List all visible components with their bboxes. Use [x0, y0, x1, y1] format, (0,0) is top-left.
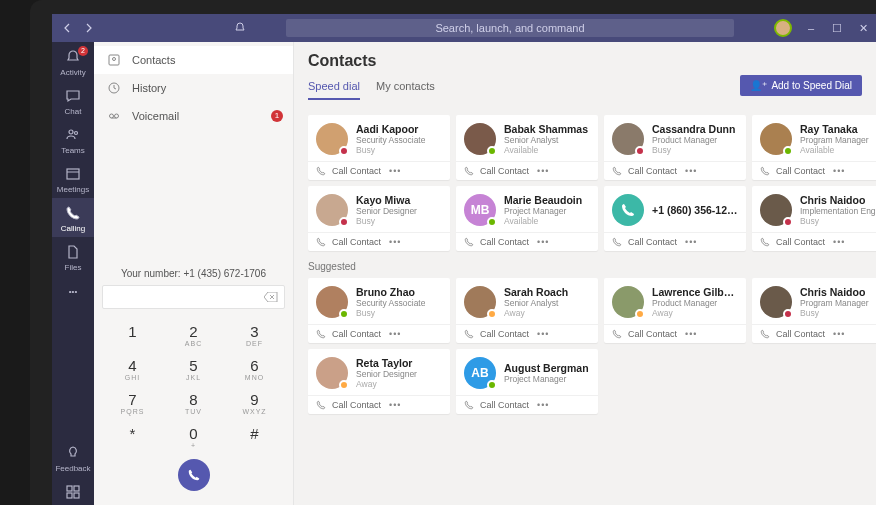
phone-icon: [760, 166, 770, 176]
panel-item-label: History: [132, 82, 166, 94]
dialer-input[interactable]: [102, 285, 285, 309]
dial-key-8[interactable]: 8TUV: [163, 385, 224, 419]
more-options-button[interactable]: •••: [833, 329, 845, 339]
call-contact-button[interactable]: Call Contact: [480, 166, 529, 176]
contact-card[interactable]: ABAugust BergmanProject ManagerCall Cont…: [456, 349, 598, 414]
tab-my-contacts[interactable]: My contacts: [376, 76, 435, 100]
call-contact-button[interactable]: Call Contact: [332, 400, 381, 410]
dial-key-7[interactable]: 7PQRS: [102, 385, 163, 419]
window-close-button[interactable]: ✕: [850, 22, 876, 35]
panel-item-contacts[interactable]: Contacts: [94, 46, 293, 74]
phone-icon: [316, 329, 326, 339]
call-contact-button[interactable]: Call Contact: [332, 166, 381, 176]
dial-key-2[interactable]: 2ABC: [163, 317, 224, 351]
tab-speed-dial[interactable]: Speed dial: [308, 76, 360, 100]
panel-item-history[interactable]: History: [94, 74, 293, 102]
more-options-button[interactable]: •••: [537, 237, 549, 247]
rail-item-teams[interactable]: Teams: [52, 120, 94, 159]
call-contact-button[interactable]: Call Contact: [480, 400, 529, 410]
call-contact-button[interactable]: Call Contact: [628, 166, 677, 176]
more-options-button[interactable]: •••: [537, 400, 549, 410]
contact-card[interactable]: Chris NaidooProgram ManagerBusyCall Cont…: [752, 278, 876, 343]
call-contact-button[interactable]: Call Contact: [776, 329, 825, 339]
contact-card[interactable]: Lawrence GilbertsonProduct ManagerAwayCa…: [604, 278, 746, 343]
rail-item-more[interactable]: •••: [52, 276, 94, 304]
more-options-button[interactable]: •••: [389, 400, 401, 410]
contact-name: Ray Tanaka: [800, 123, 869, 135]
rail-item-files[interactable]: Files: [52, 237, 94, 276]
call-contact-button[interactable]: Call Contact: [628, 329, 677, 339]
rail-item-meetings[interactable]: Meetings: [52, 159, 94, 198]
rail-item-activity[interactable]: 2 Activity: [52, 42, 94, 81]
backspace-icon[interactable]: [264, 292, 278, 302]
contact-card[interactable]: Kayo MiwaSenior DesignerBusyCall Contact…: [308, 186, 450, 251]
contact-card[interactable]: Babak ShammasSenior AnalystAvailableCall…: [456, 115, 598, 180]
dial-key-#[interactable]: #: [224, 419, 285, 453]
phone-icon: [464, 237, 474, 247]
more-options-button[interactable]: •••: [685, 329, 697, 339]
rail-item-calling[interactable]: Calling: [52, 198, 94, 237]
dial-key-0[interactable]: 0+: [163, 419, 224, 453]
window-maximize-button[interactable]: ☐: [824, 22, 850, 35]
contact-card[interactable]: Aadi KapoorSecurity AssociateBusyCall Co…: [308, 115, 450, 180]
dialer: Your number: +1 (435) 672-1706 12ABC3DEF…: [94, 260, 293, 505]
contact-name: +1 (860) 356-1212: [652, 204, 738, 216]
svg-point-8: [113, 58, 116, 61]
presence-indicator: [783, 309, 793, 319]
nav-forward-button[interactable]: [80, 20, 96, 36]
dial-key-3[interactable]: 3DEF: [224, 317, 285, 351]
rail-item-apps[interactable]: [52, 477, 94, 505]
contact-presence: Busy: [652, 145, 735, 155]
call-contact-button[interactable]: Call Contact: [480, 329, 529, 339]
contact-role: Senior Analyst: [504, 298, 568, 308]
call-contact-button[interactable]: Call Contact: [332, 329, 381, 339]
rail-item-chat[interactable]: Chat: [52, 81, 94, 120]
more-options-button[interactable]: •••: [389, 237, 401, 247]
current-user-avatar[interactable]: [774, 19, 792, 37]
more-options-button[interactable]: •••: [685, 166, 697, 176]
call-contact-button[interactable]: Call Contact: [776, 237, 825, 247]
app-rail: 2 Activity Chat Teams Meetings Calling: [52, 42, 94, 505]
panel-item-voicemail[interactable]: Voicemail 1: [94, 102, 293, 130]
app-window: Search, launch, and command – ☐ ✕ 2 Acti…: [52, 14, 876, 505]
dial-call-button[interactable]: [178, 459, 210, 491]
nav-back-button[interactable]: [60, 20, 76, 36]
contact-card[interactable]: Ray TanakaProgram ManagerAvailableCall C…: [752, 115, 876, 180]
dial-key-9[interactable]: 9WXYZ: [224, 385, 285, 419]
contact-card[interactable]: Reta TaylorSenior DesignerAwayCall Conta…: [308, 349, 450, 414]
dial-key-5[interactable]: 5JKL: [163, 351, 224, 385]
contact-name: Marie Beaudoin: [504, 194, 582, 206]
dial-key-6[interactable]: 6MNO: [224, 351, 285, 385]
titlebar: Search, launch, and command – ☐ ✕: [52, 14, 876, 42]
add-to-speed-dial-button[interactable]: 👤⁺ Add to Speed Dial: [740, 75, 862, 96]
search-input[interactable]: Search, launch, and command: [286, 19, 734, 37]
more-options-button[interactable]: •••: [685, 237, 697, 247]
more-options-button[interactable]: •••: [389, 329, 401, 339]
phone-icon: [612, 329, 622, 339]
contact-card[interactable]: +1 (860) 356-1212Call Contact•••: [604, 186, 746, 251]
avatar: [316, 286, 348, 318]
contact-card[interactable]: MBMarie BeaudoinProject ManagerAvailable…: [456, 186, 598, 251]
call-contact-button[interactable]: Call Contact: [776, 166, 825, 176]
more-options-button[interactable]: •••: [833, 166, 845, 176]
more-options-button[interactable]: •••: [833, 237, 845, 247]
rail-item-feedback[interactable]: Feedback: [52, 438, 94, 477]
contact-card[interactable]: Sarah RoachSenior AnalystAwayCall Contac…: [456, 278, 598, 343]
contact-card[interactable]: Bruno ZhaoSecurity AssociateBusyCall Con…: [308, 278, 450, 343]
presence-indicator: [635, 309, 645, 319]
notifications-icon[interactable]: [234, 22, 246, 34]
presence-indicator: [339, 146, 349, 156]
call-contact-button[interactable]: Call Contact: [480, 237, 529, 247]
contact-card[interactable]: Cassandra DunnProduct ManagerBusyCall Co…: [604, 115, 746, 180]
call-contact-button[interactable]: Call Contact: [332, 237, 381, 247]
call-contact-button[interactable]: Call Contact: [628, 237, 677, 247]
svg-point-11: [115, 114, 119, 118]
window-minimize-button[interactable]: –: [798, 22, 824, 34]
dial-key-*[interactable]: *: [102, 419, 163, 453]
more-options-button[interactable]: •••: [537, 329, 549, 339]
dial-key-4[interactable]: 4GHI: [102, 351, 163, 385]
more-options-button[interactable]: •••: [537, 166, 549, 176]
contact-card[interactable]: Chris NaidooImplementation EngineerBusyC…: [752, 186, 876, 251]
dial-key-1[interactable]: 1: [102, 317, 163, 351]
more-options-button[interactable]: •••: [389, 166, 401, 176]
